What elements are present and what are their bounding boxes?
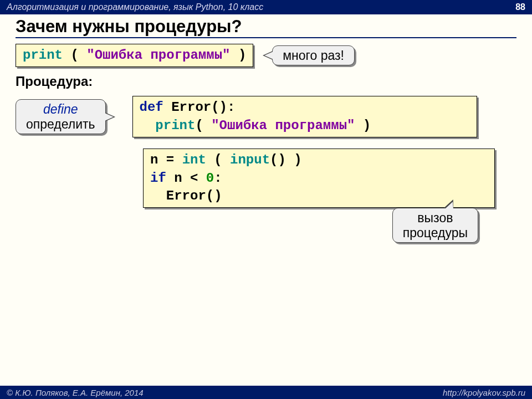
footer-bar: © К.Ю. Поляков, Е.А. Ерёмин, 2014 http:/… bbox=[0, 386, 532, 399]
callout-define-en: define bbox=[43, 102, 78, 116]
kw-def: def bbox=[140, 100, 163, 115]
callout-text: много раз! bbox=[283, 48, 344, 63]
code-text: Error() bbox=[150, 188, 222, 203]
page-number: 88 bbox=[515, 2, 525, 12]
code-text: Error() bbox=[163, 100, 227, 115]
code-text: ) bbox=[355, 118, 371, 133]
code-print-call: print ( "Ошибка программы" ) bbox=[16, 44, 253, 67]
footer-url: http://kpolyakov.spb.ru bbox=[443, 388, 525, 397]
callout-define: define определить bbox=[16, 99, 106, 134]
header-bar: Алгоритмизация и программирование, язык … bbox=[0, 0, 532, 14]
kw-print: print bbox=[23, 48, 63, 63]
kw-int: int bbox=[182, 152, 206, 167]
callout-invoke: вызов процедуры bbox=[392, 208, 478, 243]
string-literal: "Ошибка программы" bbox=[211, 118, 355, 133]
kw-input: input bbox=[230, 152, 270, 167]
callout-invoke-2: процедуры bbox=[403, 226, 468, 240]
row-definition: define определить def Error(): print( "О… bbox=[16, 96, 516, 137]
code-usage: n = int ( input() ) if n < 0: Error() bbox=[143, 149, 495, 208]
course-title: Алгоритмизация и программирование, язык … bbox=[7, 2, 263, 12]
num-zero: 0 bbox=[206, 171, 214, 186]
code-text: = bbox=[158, 152, 182, 167]
colon: : bbox=[227, 100, 235, 115]
code-text: () ) bbox=[270, 152, 302, 167]
code-text: ( bbox=[206, 152, 230, 167]
code-text: ( bbox=[195, 118, 211, 133]
string-literal: "Ошибка программы" bbox=[86, 48, 230, 63]
footer-copyright: © К.Ю. Поляков, Е.А. Ерёмин, 2014 bbox=[7, 388, 144, 397]
colon: : bbox=[214, 171, 222, 186]
code-text: ) bbox=[230, 48, 246, 63]
row-usage: n = int ( input() ) if n < 0: Error() вы… bbox=[143, 149, 495, 208]
code-text: n bbox=[150, 152, 158, 167]
page-title: Зачем нужны процедуры? bbox=[16, 17, 516, 38]
callout-many-times: много раз! bbox=[272, 45, 355, 65]
callout-define-ru: определить bbox=[26, 117, 95, 131]
kw-print: print bbox=[140, 118, 196, 133]
code-text: ( bbox=[63, 48, 86, 63]
row-print-call: print ( "Ошибка программы" ) много раз! bbox=[16, 44, 516, 67]
code-def-error: def Error(): print( "Ошибка программы" ) bbox=[132, 96, 477, 137]
kw-if: if bbox=[150, 171, 166, 186]
slide-content: Зачем нужны процедуры? print ( "Ошибка п… bbox=[0, 14, 532, 208]
callout-invoke-1: вызов bbox=[417, 211, 453, 225]
code-text: n < bbox=[166, 171, 206, 186]
subheading-procedure: Процедура: bbox=[16, 74, 516, 89]
